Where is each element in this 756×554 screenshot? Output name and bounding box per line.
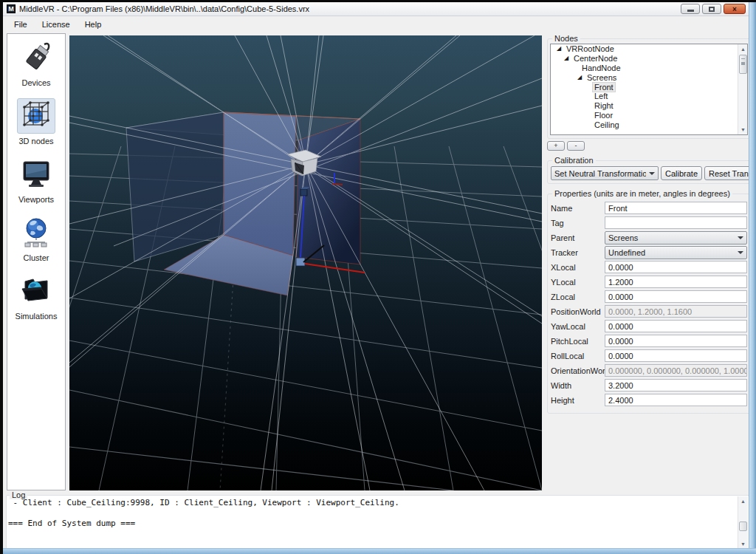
tree-node-front[interactable]: Front [551,82,747,92]
properties-title: Properties (units are in meter, angles i… [552,189,732,198]
prop-row-positionworld: PositionWorld 0.0000, 1.2000, 1.1600 [551,305,747,318]
prop-row-name: Name Front [551,202,747,214]
pitchlocal-field[interactable]: 0.0000 [605,335,747,347]
close-icon: × [732,5,737,13]
remove-node-button[interactable]: - [567,141,585,151]
menu-help[interactable]: Help [78,18,109,30]
prop-row-tag: Tag [551,216,747,229]
scroll-down-icon[interactable]: ▼ [739,540,747,548]
close-button[interactable]: × [724,4,746,14]
scroll-down-icon[interactable]: ▼ [739,126,747,134]
xlocal-field[interactable]: 0.0000 [605,261,747,273]
prop-row-rolllocal: RollLocal 0.0000 [551,349,747,362]
nodes-tree[interactable]: ◢VRRootNode ◢CenterNode HandNode ◢Screen… [550,44,748,135]
tracker-select[interactable]: Undefined [605,246,747,259]
3d-viewport[interactable] [69,35,542,490]
prop-row-pitchlocal: PitchLocal 0.0000 [551,335,747,347]
rolllocal-field[interactable]: 0.0000 [605,349,747,362]
chevron-down-icon [649,172,655,175]
log-scrollbar[interactable]: ▲ ▼ [738,496,748,549]
log-groupbox: Log - Client : Cube_Ceiling:9998, ID : C… [6,495,749,550]
maximize-button[interactable] [702,4,721,14]
minimize-button[interactable] [681,4,700,14]
parent-select[interactable]: Screens [605,231,747,244]
prop-row-orientationworld: OrientationWorld 0.000000, 0.000000, 0.0… [551,364,747,377]
tree-scrollbar-thumb[interactable] [739,55,747,74]
menu-file[interactable]: File [7,18,34,30]
width-field[interactable]: 3.2000 [605,379,747,391]
sidebar-label: Cluster [24,253,49,262]
window-title: MiddleVR - C:\Program Files (x86)\Middle… [19,4,309,13]
prop-row-height: Height 2.4000 [551,394,747,406]
scroll-up-icon[interactable]: ▲ [739,45,747,53]
tree-edit-buttons: + - [547,141,751,151]
zlocal-field[interactable]: 0.0000 [605,290,747,303]
transformation-select[interactable]: Set Neutral Transformation [551,166,659,180]
window-controls: × [681,4,746,14]
positionworld-field: 0.0000, 1.2000, 1.1600 [605,305,747,318]
nodes-title: Nodes [552,34,580,43]
tree-node-screens[interactable]: ◢Screens [551,72,747,82]
tree-node-vrrootnode[interactable]: ◢VRRootNode [551,44,747,54]
sidebar-item-viewports[interactable]: Viewports [17,157,55,204]
expander-icon[interactable]: ◢ [564,55,570,61]
prop-row-ylocal: YLocal 1.2000 [551,276,747,288]
menu-bar: File License Help [3,17,752,32]
tag-field[interactable] [605,216,747,229]
viewport-background [69,35,542,490]
prop-row-zlocal: ZLocal 0.0000 [551,290,747,303]
add-node-button[interactable]: + [547,141,565,151]
log-content[interactable]: - Client : Cube_Ceiling:9998, ID : Clien… [8,498,737,548]
minimize-icon [687,10,694,12]
sidebar-label: Simulations [16,312,58,321]
calibrate-button[interactable]: Calibrate [661,166,702,180]
tree-node-floor[interactable]: Floor [551,111,747,120]
sidebar: Devices [7,33,66,490]
expander-icon[interactable]: ◢ [557,46,563,52]
scroll-up-icon[interactable]: ▲ [739,497,747,505]
log-line [8,508,737,519]
window-frame-right [749,2,756,554]
usb-device-icon [20,41,52,74]
expander-icon[interactable]: ◢ [577,75,583,81]
log-line: === End of System dump === [8,519,737,529]
tree-scrollbar[interactable]: ▲ ▼ [738,44,747,134]
log-line: - Client : Cube_Ceiling:9998, ID : Clien… [8,498,737,508]
tree-node-centernode[interactable]: ◢CenterNode [551,54,747,64]
tree-node-left[interactable]: Left [551,92,747,101]
prop-row-tracker: Tracker Undefined [551,246,747,259]
tree-node-right[interactable]: Right [551,101,747,111]
chevron-down-icon [738,251,743,254]
monitor-icon [20,158,52,191]
properties-groupbox: Properties (units are in meter, angles i… [547,194,751,414]
sidebar-label: 3D nodes [18,137,53,146]
sidebar-item-3d-nodes[interactable]: 3D nodes [17,98,55,146]
right-panel: Nodes ◢VRRootNode ◢CenterNode HandNode ◢… [547,33,751,414]
height-field[interactable]: 2.4000 [605,394,747,406]
maximize-icon [709,7,715,12]
app-window: M MiddleVR - C:\Program Files (x86)\Midd… [0,0,756,554]
tree-node-ceiling[interactable]: Ceiling [551,120,747,129]
sidebar-label: Devices [21,78,50,87]
log-scrollbar-thumb[interactable] [739,521,747,531]
prop-row-xlocal: XLocal 0.0000 [551,261,747,273]
folder-simulations-icon [19,274,53,308]
front-screen [224,112,296,256]
calibration-groupbox: Calibration Set Neutral Transformation C… [547,160,751,184]
name-field[interactable]: Front [605,202,747,214]
app-icon: M [7,4,16,13]
3d-nodes-cube-icon [20,100,52,132]
sidebar-label: Viewports [18,195,54,204]
sidebar-item-cluster[interactable]: Cluster [17,215,55,262]
prop-row-parent: Parent Screens [551,231,747,244]
chevron-down-icon [738,236,743,239]
title-bar[interactable]: M MiddleVR - C:\Program Files (x86)\Midd… [3,2,752,16]
sidebar-item-devices[interactable]: Devices [17,40,55,87]
window-frame-bottom [3,548,756,554]
orientationworld-field: 0.000000, 0.000000, 0.000000, 1.000000 [605,364,747,377]
tree-node-handnode[interactable]: HandNode [551,64,747,73]
ylocal-field[interactable]: 1.2000 [605,276,747,288]
menu-license[interactable]: License [35,18,77,30]
yawlocal-field[interactable]: 0.0000 [605,320,747,332]
sidebar-item-simulations[interactable]: Simulations [16,273,58,321]
